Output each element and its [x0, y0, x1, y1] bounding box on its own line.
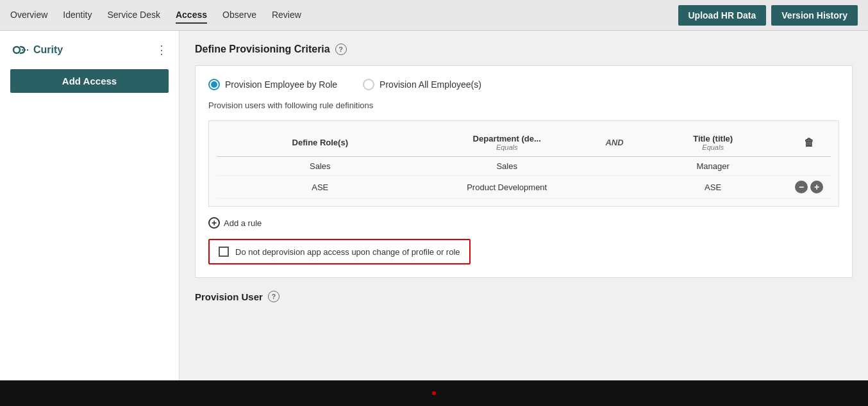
deprovision-checkbox-label: Do not deprovision app access upon chang…	[235, 247, 460, 257]
row2-and	[590, 176, 638, 199]
row2-actions: − +	[787, 176, 831, 199]
radio-circle-by-role	[208, 79, 220, 90]
nav-access[interactable]: Access	[176, 7, 207, 24]
nav-items: Overview Identity Service Desk Access Ob…	[10, 7, 678, 24]
provision-user-help-icon[interactable]: ?	[268, 291, 280, 302]
nav-overview[interactable]: Overview	[10, 7, 47, 24]
provision-user-title-text: Provision User	[195, 291, 263, 302]
main-layout: Curity ⋮ Add Access Define Provisioning …	[0, 31, 868, 406]
row1-department: Sales	[424, 157, 590, 176]
remove-row-button[interactable]: −	[795, 181, 808, 193]
sidebar-logo: Curity	[10, 41, 63, 59]
row1-and	[590, 157, 638, 176]
col-header-and: AND	[590, 129, 638, 157]
row2-action-buttons: − +	[795, 181, 823, 193]
radio-group: Provision Employee by Role Provision All…	[208, 79, 839, 90]
row1-actions	[787, 157, 831, 176]
content-area: Define Provisioning Criteria ? Provision…	[179, 31, 868, 406]
sidebar-logo-text: Curity	[33, 44, 63, 56]
radio-label-all-employees: Provision All Employee(s)	[380, 79, 481, 90]
deprovision-checkbox[interactable]	[219, 247, 229, 257]
define-criteria-title-text: Define Provisioning Criteria	[195, 44, 330, 55]
curity-logo-icon	[10, 41, 28, 59]
radio-provision-by-role[interactable]: Provision Employee by Role	[208, 79, 337, 90]
row2-department: Product Development	[424, 176, 590, 199]
provision-user-section: Provision User ?	[195, 291, 853, 302]
delete-all-icon[interactable]: 🗑	[804, 137, 814, 148]
row2-title: ASE	[638, 176, 787, 199]
add-rule-label: Add a rule	[224, 218, 262, 228]
top-navigation: Overview Identity Service Desk Access Ob…	[0, 0, 868, 31]
add-rule-icon: +	[208, 217, 220, 229]
sidebar-header: Curity ⋮	[10, 41, 169, 59]
nav-observe[interactable]: Observe	[222, 7, 256, 24]
define-criteria-help-icon[interactable]: ?	[335, 44, 347, 55]
add-row-button[interactable]: +	[810, 181, 823, 193]
table-row: ASE Product Development ASE − +	[217, 176, 831, 199]
define-criteria-section-title: Define Provisioning Criteria ?	[195, 44, 853, 55]
add-access-button[interactable]: Add Access	[10, 69, 169, 93]
sidebar-menu-dots[interactable]: ⋮	[156, 43, 169, 57]
rules-table-container: Define Role(s) Department (de... Equals …	[208, 120, 839, 207]
nav-actions: Upload HR Data Version History	[678, 5, 858, 26]
provision-user-title: Provision User ?	[195, 291, 853, 302]
version-history-button[interactable]: Version History	[771, 5, 858, 26]
radio-label-by-role: Provision Employee by Role	[225, 79, 337, 90]
define-criteria-card: Provision Employee by Role Provision All…	[195, 65, 853, 278]
col-header-title: Title (title) Equals	[638, 129, 787, 157]
col-header-department: Department (de... Equals	[424, 129, 590, 157]
row1-role: Sales	[217, 157, 424, 176]
bottom-dot	[432, 391, 436, 395]
deprovision-checkbox-row: Do not deprovision app access upon chang…	[208, 239, 471, 264]
radio-circle-all-employees	[363, 79, 374, 90]
bottom-bar	[0, 380, 868, 406]
row2-role: ASE	[217, 176, 424, 199]
provision-text: Provision users with following rule defi…	[208, 101, 839, 110]
nav-service-desk[interactable]: Service Desk	[108, 7, 160, 24]
row1-title: Manager	[638, 157, 787, 176]
upload-hr-data-button[interactable]: Upload HR Data	[678, 5, 767, 26]
rules-table: Define Role(s) Department (de... Equals …	[217, 129, 831, 199]
nav-review[interactable]: Review	[272, 7, 301, 24]
table-header-row: Define Role(s) Department (de... Equals …	[217, 129, 831, 157]
svg-point-0	[13, 47, 20, 53]
nav-identity[interactable]: Identity	[63, 7, 92, 24]
col-header-action: 🗑	[787, 129, 831, 157]
radio-provision-all-employees[interactable]: Provision All Employee(s)	[363, 79, 481, 90]
col-header-define-roles: Define Role(s)	[217, 129, 424, 157]
sidebar: Curity ⋮ Add Access	[0, 31, 179, 406]
add-rule-link[interactable]: + Add a rule	[208, 217, 839, 229]
table-row: Sales Sales Manager	[217, 157, 831, 176]
